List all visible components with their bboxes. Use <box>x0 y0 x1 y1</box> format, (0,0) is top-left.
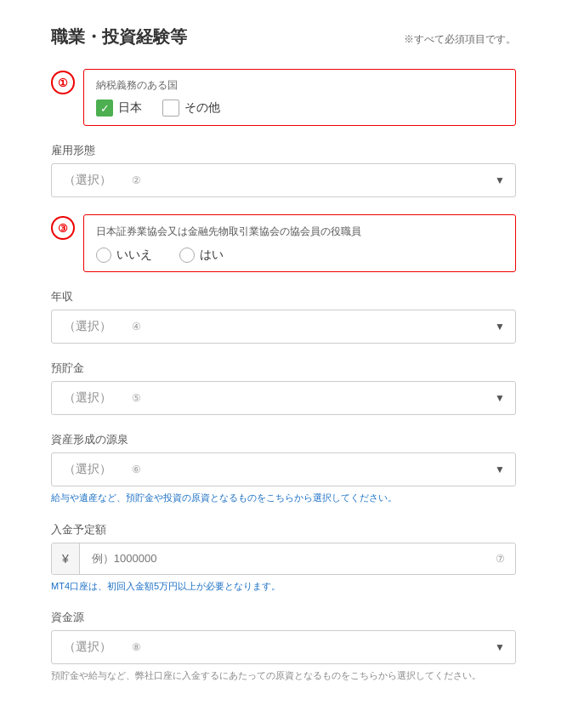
employment-label: 雇用形態 <box>51 143 516 158</box>
checkbox-japan-box[interactable] <box>96 100 113 117</box>
savings-label: 預貯金 <box>51 361 516 376</box>
badge-2-inline: ② <box>132 174 141 186</box>
fund-source-placeholder: （選択） <box>64 640 111 653</box>
page-header: 職業・投資経験等 ※すべて必須項目です。 <box>51 26 516 48</box>
required-note: ※すべて必須項目です。 <box>404 32 516 47</box>
association-officer-label: 日本証券業協会又は金融先物取引業協会の協会員の役職員 <box>96 224 503 239</box>
savings-display[interactable]: （選択） ⑤ <box>52 382 515 414</box>
deposit-amount-label: 入金予定額 <box>51 522 516 537</box>
employment-select[interactable]: （選択） ② ▼ <box>51 163 516 197</box>
radio-yes[interactable]: はい <box>179 247 224 263</box>
radio-no[interactable]: いいえ <box>96 247 152 263</box>
page-title: 職業・投資経験等 <box>51 26 187 48</box>
association-officer-box: 日本証券業協会又は金融先物取引業協会の協会員の役職員 いいえ はい <box>83 214 516 272</box>
tax-country-content: 納税義務のある国 日本 その他 <box>83 69 516 126</box>
radio-yes-circle[interactable] <box>179 247 195 263</box>
badge-1: ① <box>51 71 75 94</box>
fund-source-label: 資金源 <box>51 610 516 625</box>
badge-3: ③ <box>51 216 75 240</box>
asset-source-row: 資産形成の源泉 （選択） ⑥ ▼ 給与や遺産など、預貯金や投資の原資となるものを… <box>51 432 516 505</box>
badge-7-inline: ⑦ <box>496 553 505 565</box>
checkbox-other-box[interactable] <box>162 100 179 117</box>
asset-source-select[interactable]: （選択） ⑥ ▼ <box>51 452 516 486</box>
yen-symbol: ¥ <box>52 543 80 574</box>
radio-no-circle[interactable] <box>96 247 111 263</box>
savings-select[interactable]: （選択） ⑤ ▼ <box>51 381 516 415</box>
badge-4-inline: ④ <box>132 321 141 333</box>
asset-source-placeholder: （選択） <box>64 462 111 475</box>
asset-source-helper: 給与や遺産など、預貯金や投資の原資となるものをこちらから選択してください。 <box>51 491 516 505</box>
fund-source-row: 資金源 （選択） ⑧ ▼ 預貯金や給与など、弊社口座に入金するにあたっての原資と… <box>51 610 516 683</box>
checkbox-other-label: その他 <box>184 100 220 116</box>
radio-no-label: いいえ <box>116 247 152 263</box>
checkbox-japan-label: 日本 <box>118 100 142 116</box>
asset-source-label: 資産形成の源泉 <box>51 432 516 447</box>
tax-country-box: 納税義務のある国 日本 その他 <box>83 69 516 126</box>
annual-income-placeholder: （選択） <box>64 319 111 333</box>
checkbox-japan[interactable]: 日本 <box>96 100 142 117</box>
annual-income-row: 年収 （選択） ④ ▼ <box>51 289 516 344</box>
tax-country-row: ① 納税義務のある国 日本 その他 <box>51 69 516 126</box>
radio-yes-label: はい <box>200 247 224 263</box>
annual-income-select[interactable]: （選択） ④ ▼ <box>51 310 516 344</box>
tax-country-label: 納税義務のある国 <box>96 78 503 93</box>
fund-source-helper: 預貯金や給与など、弊社口座に入金するにあたっての原資となるものをこちらから選択し… <box>51 668 516 683</box>
association-officer-content: 日本証券業協会又は金融先物取引業協会の協会員の役職員 いいえ はい <box>83 214 516 272</box>
employment-placeholder: （選択） <box>64 173 111 186</box>
employment-select-display[interactable]: （選択） ② <box>52 164 515 196</box>
annual-income-label: 年収 <box>51 289 516 304</box>
savings-placeholder: （選択） <box>64 390 111 404</box>
badge-6-inline: ⑥ <box>132 464 141 475</box>
savings-row: 預貯金 （選択） ⑤ ▼ <box>51 361 516 415</box>
deposit-amount-input[interactable] <box>80 543 496 573</box>
association-officer-row: ③ 日本証券業協会又は金融先物取引業協会の協会員の役職員 いいえ はい <box>51 214 516 272</box>
badge-8-inline: ⑧ <box>132 641 141 653</box>
annual-income-display[interactable]: （選択） ④ <box>52 310 515 343</box>
deposit-amount-row: 入金予定額 ¥ ⑦ MT4口座は、初回入金額5万円以上が必要となります。 <box>51 522 516 594</box>
checkbox-other[interactable]: その他 <box>162 100 220 117</box>
badge-5-inline: ⑤ <box>132 392 141 404</box>
asset-source-display[interactable]: （選択） ⑥ <box>52 453 515 486</box>
deposit-amount-helper: MT4口座は、初回入金額5万円以上が必要となります。 <box>51 579 516 594</box>
fund-source-display[interactable]: （選択） ⑧ <box>52 631 515 663</box>
employment-row: 雇用形態 （選択） ② ▼ <box>51 143 516 197</box>
tax-country-options: 日本 その他 <box>96 100 503 117</box>
deposit-amount-wrapper: ¥ ⑦ <box>51 543 516 575</box>
fund-source-select[interactable]: （選択） ⑧ ▼ <box>51 630 516 664</box>
radio-options: いいえ はい <box>96 247 503 263</box>
